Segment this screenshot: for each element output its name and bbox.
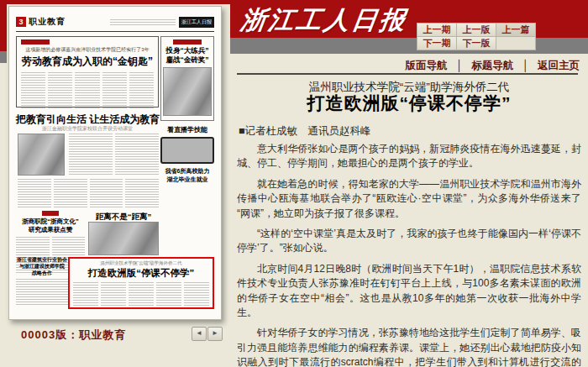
divider-line	[237, 73, 578, 75]
thumb-a3-headline-line1: 浙商职院“浙商文化”	[16, 218, 85, 226]
app-window: 浙江工人日报 上一期 上一版 上一篇 下一期 下一版 版面导航 │ 标题导航 │…	[0, 0, 588, 367]
separator: │	[456, 60, 463, 71]
prev-arrow-button[interactable]: ◄	[192, 327, 207, 341]
thumb-a7-headline: 看直播学技能	[160, 125, 214, 134]
paragraph-4: 北京时间4月12日晚8时（欧洲时间当天下午1时），温职院信息技术系软件技术专业负…	[237, 262, 581, 321]
thumb-a2-body-text	[69, 134, 159, 176]
newspaper-thumbnail[interactable]: 3 职业教育 浙江工人日报 这项新增的必修课嘉兴南洋职业技术学院已经实行了3年 …	[7, 4, 230, 321]
title-nav-link[interactable]: 标题导航	[471, 60, 513, 71]
issue-nav-buttons: 上一期 上一版 上一篇 下一期 下一版	[417, 23, 536, 50]
thumb-a6-headline-line1: 投身“大练兵”	[163, 46, 212, 55]
right-arrow-icon: ►	[212, 329, 218, 337]
article-byline: ■记者杜成敏 通讯员赵科峰	[239, 124, 371, 139]
thumb-a6-headline-line2: 鏖战“金砖奖”	[163, 55, 212, 65]
thumb-photo-phone	[160, 137, 214, 164]
thumb-photo-workers	[163, 67, 212, 116]
paragraph-5: 针对华侨子女的学习情况，张苏豫特地给这批学生们定制了简单易学、吸引力强且能培养思…	[237, 326, 581, 367]
thumb-page-header: 3 职业教育 浙江工人日报	[16, 16, 214, 28]
thumb-a5-headline-line1: 浙江省建筑业行业协会	[16, 256, 68, 263]
tag-badge	[173, 39, 202, 45]
layout-nav-link[interactable]: 版面导航	[405, 60, 447, 71]
article-pager: ◄ ►	[192, 327, 223, 341]
masthead-logo: 浙江工人日报	[239, 3, 437, 37]
thumb-page-number: 3	[16, 17, 26, 27]
thumb-masthead-badge: 浙江工人日报	[179, 17, 214, 28]
prev-page-button[interactable]: 上一版	[457, 24, 496, 36]
thumb-photo-hands	[18, 134, 65, 176]
thumb-a8-headline-line2: 湖北毕业生就业	[160, 176, 214, 183]
page-nav-links: 版面导航 │ 标题导航 │ 返回主页	[237, 59, 580, 73]
next-page-button[interactable]: 下一版	[457, 37, 496, 50]
paragraph-2: 就在她着急的时候，得知老家的大学——温州职业技术学院和温州市海外传播中心瓯海基地…	[237, 177, 581, 221]
tag-badge	[42, 211, 59, 216]
thumb-a5-headline-line3: 战略合作	[16, 270, 68, 276]
article-body: 意大利华侨张如心是两个孩子的妈妈，新冠肺炎疫情在海外迅速蔓延，封城、停工、停学期…	[237, 142, 581, 367]
article-title: 打造欧洲版“停课不停学”	[237, 92, 581, 115]
thumb-a8-headline-line1: 我省6所高校助力	[160, 167, 214, 175]
thumb-featured-kicker: 温州职业技术学院“云端”助学海外侨二代	[73, 260, 209, 266]
home-link[interactable]: 返回主页	[538, 60, 580, 71]
thumb-article-construction: 浙江省建筑业行业协会 与浙江建设技师学院 战略合作	[16, 256, 68, 306]
thumb-dateline-text	[110, 19, 176, 25]
next-issue-button[interactable]: 下一期	[417, 37, 456, 50]
paragraph-1: 意大利华侨张如心是两个孩子的妈妈，新冠肺炎疫情在海外迅速蔓延，封城、停工、停学期…	[237, 142, 581, 171]
thumb-a1-headline: 劳动教育成为入职的“金钥匙”	[21, 55, 154, 69]
tag-badge	[21, 39, 50, 45]
thumb-a5-headline-line2: 与浙江建设技师学院	[16, 263, 68, 270]
thumb-header-rule	[16, 31, 214, 32]
newspaper-page: 3 职业教育 浙江工人日报 这项新增的必修课嘉兴南洋职业技术学院已经实行了3年 …	[8, 6, 222, 320]
thumb-featured-headline: 打造欧洲版“停课不停学”	[73, 267, 209, 280]
thumb-a3-headline-line2: 研究成果获点赞	[16, 226, 85, 234]
separator: │	[522, 60, 529, 71]
prev-issue-button[interactable]: 上一期	[417, 24, 456, 36]
thumb-featured-article-highlight[interactable]: 温州职业技术学院“云端”助学海外侨二代 打造欧洲版“停课不停学”	[68, 257, 214, 309]
left-arrow-icon: ◄	[196, 329, 202, 337]
prev-article-button[interactable]: 上一篇	[496, 24, 535, 36]
thumb-a5-body-text	[16, 279, 68, 306]
next-arrow-button[interactable]: ►	[207, 327, 223, 341]
thumb-section-title: 职业教育	[29, 16, 66, 28]
thumb-a1-kicker: 这项新增的必修课嘉兴南洋职业技术学院已经实行了3年	[21, 46, 154, 54]
thumb-a2-subhead: 浙江金融职业学院家校联合开设劳动课堂	[16, 125, 159, 133]
empty-button-cell	[496, 37, 535, 50]
thumb-a2-body-text-lower	[18, 179, 159, 207]
thumb-article-competition: 投身“大练兵” 鏖战“金砖奖”	[160, 36, 214, 121]
thumb-a1-body-text	[21, 72, 154, 109]
page-label: 00003版：职业教育	[21, 328, 126, 343]
thumb-photo-students	[88, 222, 159, 255]
thumb-right-column: 投身“大练兵” 鏖战“金砖奖” 看直播学技能 我省6所高校助力 湖北毕业生就业	[160, 36, 214, 186]
paragraph-3: “这样的‘空中课堂’真是太及时了，我家的孩子也终于能像国内一样‘停课不停学’了。…	[237, 227, 581, 256]
thumb-article-labor-education: 这项新增的必修课嘉兴南洋职业技术学院已经实行了3年 劳动教育成为入职的“金钥匙”	[16, 36, 159, 107]
thumb-featured-body-text	[73, 282, 209, 306]
